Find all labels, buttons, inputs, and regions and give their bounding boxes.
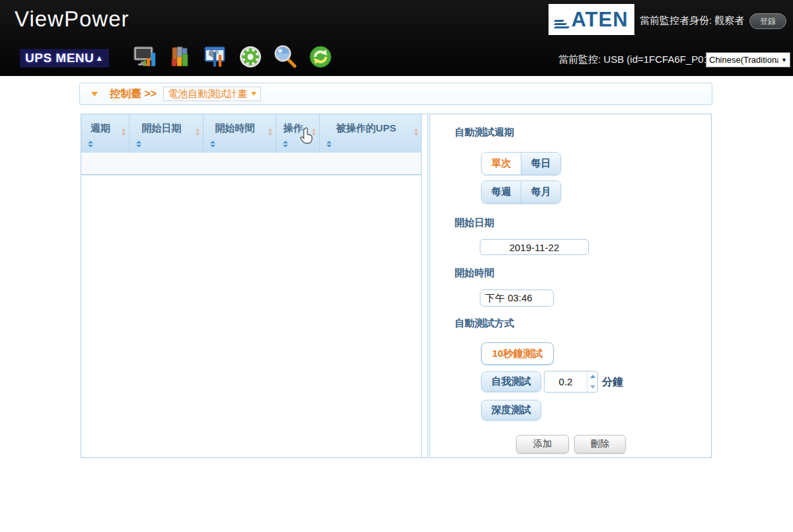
sort-icon[interactable] [210,141,215,147]
page-dropdown[interactable]: 電池自動測試計畫 [163,87,261,101]
language-selected-value: Chinese(Traditional) [706,55,778,65]
add-button[interactable]: 添加 [516,435,569,453]
top-header-bar: ViewPower UPS MENU▲ [0,0,793,76]
method-self-test-button[interactable]: 自我測試 [481,371,541,392]
start-date-label: 開始日期 [455,217,494,229]
select-arrow-icon: ▼ [778,57,790,63]
schedule-table: 週期 開始日期 開始時間 操作 被操作的UPS [81,114,428,458]
dropdown-arrow-icon [251,92,256,96]
gear-icon[interactable] [236,42,265,71]
period-option-daily[interactable]: 每日 [521,153,560,174]
menu-arrow-icon: ▲ [95,54,103,63]
sort-arrows-icon [268,128,273,136]
start-time-input[interactable]: 下午 03:46 [480,289,554,307]
minutes-unit-label: 分鐘 [602,375,623,389]
battery-test-settings-panel: 自動測試週期 單次 每日 每週 每月 開始日期 2019-11-22 開始時間 … [430,114,712,458]
aten-logo: ATEN [548,4,634,35]
stepper-up-icon[interactable] [587,371,597,382]
column-header-period[interactable]: 週期 [81,114,130,153]
breadcrumb: 控制臺 >> 電池自動測試計畫 [79,83,712,105]
monitor-identity-text: 當前監控者身份: 觀察者 [640,15,744,27]
period-section-label: 自動測試週期 [455,126,514,139]
search-icon[interactable] [271,42,300,71]
sort-icon[interactable] [136,141,141,147]
report-books-icon[interactable] [166,42,195,71]
sort-arrows-icon [414,128,419,136]
period-option-monthly[interactable]: 每月 [521,181,560,203]
sort-arrows-icon [312,128,317,136]
delete-button[interactable]: 刪除 [574,435,626,453]
current-monitor-text: 當前監控: USB (id=1FCFA6F_P01) [558,54,712,66]
ups-menu-label: UPS MENU [25,51,94,65]
method-10s-test-button[interactable]: 10秒鐘測試 [481,342,554,365]
breadcrumb-root[interactable]: 控制臺 >> [110,87,157,101]
sort-icon[interactable] [88,141,93,147]
period-option-once[interactable]: 單次 [482,153,521,174]
login-button[interactable]: 登錄 [749,13,786,29]
ups-menu-button[interactable]: UPS MENU▲ [20,49,109,67]
refresh-icon[interactable] [306,42,335,71]
column-header-start-date[interactable]: 開始日期 [130,114,204,153]
column-header-start-time[interactable]: 開始時間 [204,114,276,153]
sort-icon[interactable] [326,141,332,147]
aten-logo-stripes [554,20,569,28]
page-dropdown-value: 電池自動測試計畫 [168,88,247,100]
table-empty-row [81,153,422,175]
period-option-weekly[interactable]: 每週 [482,181,521,203]
app-title: ViewPower [15,7,129,32]
period-group-row1: 單次 每日 [481,152,561,175]
toolbar [131,42,335,71]
method-section-label: 自動測試方式 [455,317,514,330]
sort-arrows-icon [122,128,126,136]
column-header-target-ups[interactable]: 被操作的UPS [320,114,422,153]
start-time-label: 開始時間 [455,267,494,280]
method-deep-test-button[interactable]: 深度測試 [481,400,541,420]
settings-window-icon[interactable] [201,42,230,71]
start-date-input[interactable]: 2019-11-22 [480,239,589,255]
breadcrumb-collapse-icon[interactable] [91,92,98,96]
aten-logo-text: ATEN [571,8,628,32]
period-group-row2: 每週 每月 [481,180,561,204]
language-select[interactable]: Chinese(Traditional) ▼ [706,52,790,67]
stepper-down-icon[interactable] [587,382,597,393]
status-monitor-icon[interactable] [131,42,160,71]
sort-icon[interactable] [283,141,288,147]
table-scrollbar-gutter[interactable] [421,114,428,457]
table-header-row: 週期 開始日期 開始時間 操作 被操作的UPS [81,114,422,153]
viewpower-app: ViewPower UPS MENU▲ [0,0,793,532]
self-test-minutes-input[interactable] [545,371,587,392]
sort-arrows-icon [196,128,200,136]
self-test-minutes-stepper [544,371,598,393]
column-header-action[interactable]: 操作 [276,114,320,153]
